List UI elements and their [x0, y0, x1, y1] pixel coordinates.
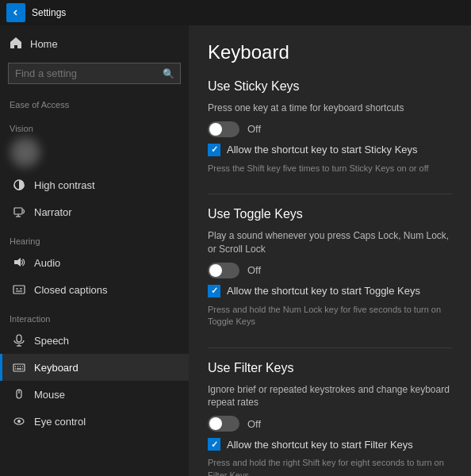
sticky-keys-toggle[interactable] — [208, 121, 239, 137]
toggle-keys-toggle-row: Off — [208, 263, 452, 278]
sidebar-item-speech[interactable]: Speech — [0, 327, 189, 354]
svg-rect-1 — [14, 208, 22, 214]
home-label: Home — [30, 38, 58, 50]
closed-captions-icon — [12, 282, 26, 297]
sticky-keys-checkbox-label: Allow the shortcut key to start Sticky K… — [227, 144, 418, 155]
sticky-keys-desc: Press one key at a time for keyboard sho… — [208, 102, 452, 115]
narrator-label: Narrator — [34, 206, 72, 218]
toggle-keys-checkbox-row: Allow the shortcut key to start Toggle K… — [208, 285, 452, 298]
sticky-keys-hint: Press the Shift key five times to turn S… — [208, 163, 452, 175]
narrator-icon — [12, 205, 26, 219]
closed-captions-label: Closed captions — [34, 284, 108, 296]
filter-keys-checkbox-row: Allow the shortcut key to start Filter K… — [208, 438, 452, 451]
svg-rect-9 — [17, 335, 21, 342]
filter-keys-toggle[interactable] — [208, 416, 239, 432]
svg-point-23 — [17, 420, 21, 423]
high-contrast-icon — [12, 178, 26, 192]
mouse-label: Mouse — [34, 389, 65, 401]
home-icon — [10, 36, 22, 52]
filter-keys-checkbox-label: Allow the shortcut key to start Filter K… — [227, 439, 413, 451]
sticky-keys-checkbox-row: Allow the shortcut key to start Sticky K… — [208, 144, 452, 156]
sticky-keys-title: Use Sticky Keys — [208, 79, 452, 94]
toggle-keys-desc: Play a sound whenever you press Caps Loc… — [208, 229, 452, 256]
filter-keys-title: Use Filter Keys — [208, 361, 452, 375]
sticky-keys-toggle-label: Off — [247, 123, 261, 135]
toggle-keys-hint: Press and hold the Num Lock key for five… — [208, 304, 452, 328]
titlebar: Settings — [0, 0, 471, 25]
interaction-category-label: Interaction — [0, 303, 189, 327]
divider-2 — [208, 347, 452, 348]
sidebar-item-high-contrast[interactable]: High contrast — [0, 171, 189, 198]
sticky-keys-section: Use Sticky Keys Press one key at a time … — [208, 79, 452, 175]
sidebar-item-eye-control[interactable]: Eye control — [0, 408, 189, 435]
eye-control-icon — [12, 414, 26, 428]
search-icon: 🔍 — [163, 68, 174, 79]
app-body: Home 🔍 Ease of Access Vision High contra… — [0, 25, 471, 476]
ease-of-access-label: Ease of Access — [0, 94, 189, 113]
sidebar-item-narrator[interactable]: Narrator — [0, 198, 189, 225]
sidebar-search[interactable]: 🔍 — [8, 63, 181, 84]
filter-keys-desc: Ignore brief or repeated keystrokes and … — [208, 383, 452, 410]
sidebar-item-keyboard[interactable]: Keyboard — [0, 354, 189, 381]
toggle-keys-section: Use Toggle Keys Play a sound whenever yo… — [208, 207, 452, 328]
audio-icon — [12, 255, 26, 270]
page-title: Keyboard — [208, 41, 452, 63]
toggle-keys-toggle-label: Off — [247, 264, 261, 276]
toggle-keys-toggle[interactable] — [208, 263, 239, 278]
speech-label: Speech — [34, 335, 69, 347]
content-area: Keyboard Use Sticky Keys Press one key a… — [189, 25, 471, 476]
avatar-blur — [10, 136, 41, 168]
filter-keys-checkbox[interactable] — [208, 438, 220, 451]
keyboard-label: Keyboard — [34, 362, 78, 374]
sidebar: Home 🔍 Ease of Access Vision High contra… — [0, 25, 189, 476]
filter-keys-toggle-row: Off — [208, 416, 452, 432]
vision-category-label: Vision — [0, 113, 189, 136]
sidebar-item-audio[interactable]: Audio — [0, 249, 189, 276]
keyboard-icon — [12, 360, 26, 374]
svg-marker-4 — [14, 258, 21, 267]
speech-icon — [12, 333, 26, 347]
toggle-keys-checkbox-label: Allow the shortcut key to start Toggle K… — [227, 285, 420, 297]
filter-keys-toggle-label: Off — [247, 418, 261, 430]
sticky-keys-checkbox[interactable] — [208, 144, 220, 156]
mouse-icon — [12, 387, 26, 401]
back-button[interactable] — [6, 3, 25, 22]
svg-rect-5 — [13, 286, 25, 294]
search-input[interactable] — [8, 63, 181, 84]
sticky-keys-toggle-row: Off — [208, 121, 452, 137]
divider-1 — [208, 194, 452, 194]
sidebar-item-home[interactable]: Home — [0, 32, 189, 60]
filter-keys-section: Use Filter Keys Ignore brief or repeated… — [208, 361, 452, 476]
filter-keys-hint: Press and hold the right Shift key for e… — [208, 457, 452, 476]
hearing-category-label: Hearing — [0, 225, 189, 249]
eye-control-label: Eye control — [34, 416, 86, 428]
titlebar-title: Settings — [32, 7, 66, 18]
sidebar-item-closed-captions[interactable]: Closed captions — [0, 276, 189, 303]
svg-rect-12 — [13, 364, 25, 371]
sidebar-item-mouse[interactable]: Mouse — [0, 381, 189, 408]
toggle-keys-title: Use Toggle Keys — [208, 207, 452, 221]
toggle-keys-checkbox[interactable] — [208, 285, 220, 298]
high-contrast-label: High contrast — [34, 179, 95, 191]
audio-label: Audio — [34, 257, 60, 269]
